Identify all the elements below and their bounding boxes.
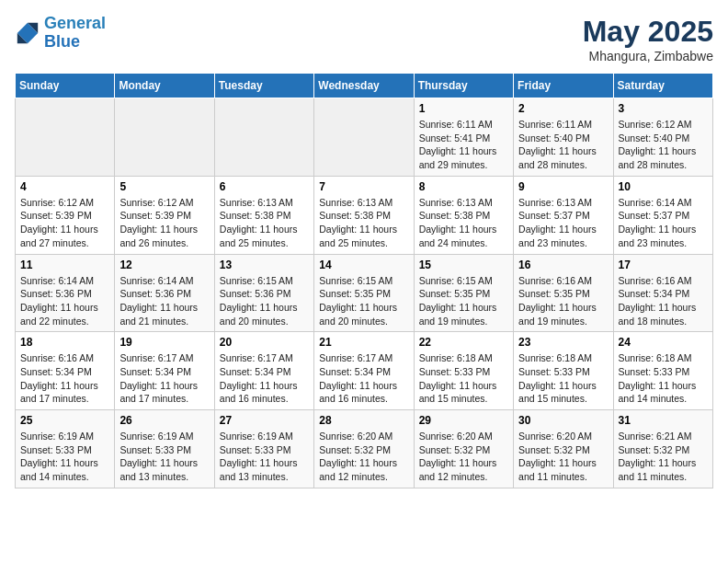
day-info: Sunrise: 6:16 AM Sunset: 5:34 PM Dayligh… (20, 351, 109, 406)
calendar-week-row: 18Sunrise: 6:16 AM Sunset: 5:34 PM Dayli… (16, 332, 713, 410)
day-number: 30 (518, 414, 608, 427)
calendar-cell: 7Sunrise: 6:13 AM Sunset: 5:38 PM Daylig… (314, 176, 414, 254)
calendar-cell: 16Sunrise: 6:16 AM Sunset: 5:35 PM Dayli… (514, 254, 613, 332)
day-info: Sunrise: 6:18 AM Sunset: 5:33 PM Dayligh… (518, 351, 608, 406)
calendar-week-row: 1Sunrise: 6:11 AM Sunset: 5:41 PM Daylig… (16, 98, 713, 177)
month-title: May 2025 (583, 15, 713, 49)
day-info: Sunrise: 6:15 AM Sunset: 5:35 PM Dayligh… (319, 274, 408, 328)
day-number: 15 (419, 259, 508, 271)
day-info: Sunrise: 6:11 AM Sunset: 5:41 PM Dayligh… (419, 118, 508, 172)
day-number: 25 (20, 414, 109, 427)
day-number: 10 (619, 180, 708, 193)
day-number: 29 (419, 414, 508, 427)
calendar-cell: 22Sunrise: 6:18 AM Sunset: 5:33 PM Dayli… (414, 332, 513, 410)
day-info: Sunrise: 6:21 AM Sunset: 5:32 PM Dayligh… (619, 430, 708, 484)
calendar-cell: 10Sunrise: 6:14 AM Sunset: 5:37 PM Dayli… (613, 176, 712, 254)
day-number: 6 (220, 180, 309, 193)
day-info: Sunrise: 6:14 AM Sunset: 5:37 PM Dayligh… (619, 196, 708, 250)
day-info: Sunrise: 6:12 AM Sunset: 5:39 PM Dayligh… (119, 196, 209, 250)
day-info: Sunrise: 6:19 AM Sunset: 5:33 PM Dayligh… (220, 430, 309, 484)
calendar-cell: 2Sunrise: 6:11 AM Sunset: 5:40 PM Daylig… (514, 98, 613, 177)
day-number: 3 (619, 102, 708, 115)
day-number: 23 (518, 336, 608, 349)
day-number: 28 (319, 414, 408, 427)
day-number: 14 (319, 259, 408, 271)
day-number: 24 (619, 336, 708, 349)
calendar-cell: 25Sunrise: 6:19 AM Sunset: 5:33 PM Dayli… (16, 410, 115, 488)
day-number: 12 (119, 259, 209, 271)
day-number: 11 (20, 259, 109, 271)
day-number: 13 (220, 259, 309, 271)
calendar-cell: 27Sunrise: 6:19 AM Sunset: 5:33 PM Dayli… (214, 410, 313, 488)
day-number: 19 (119, 336, 209, 349)
day-number: 21 (319, 336, 408, 349)
calendar-cell: 24Sunrise: 6:18 AM Sunset: 5:33 PM Dayli… (613, 332, 712, 410)
logo-text: General Blue (44, 15, 106, 52)
logo: General Blue (15, 15, 106, 52)
day-number: 8 (419, 180, 508, 193)
weekday-header: Saturday (613, 74, 712, 98)
weekday-header-row: SundayMondayTuesdayWednesdayThursdayFrid… (16, 74, 713, 98)
calendar-cell: 4Sunrise: 6:12 AM Sunset: 5:39 PM Daylig… (16, 176, 115, 254)
day-number: 17 (619, 259, 708, 271)
day-info: Sunrise: 6:16 AM Sunset: 5:34 PM Dayligh… (619, 274, 708, 328)
calendar-cell: 19Sunrise: 6:17 AM Sunset: 5:34 PM Dayli… (115, 332, 214, 410)
logo-general: General (44, 14, 106, 32)
weekday-header: Thursday (414, 74, 513, 98)
calendar-cell: 23Sunrise: 6:18 AM Sunset: 5:33 PM Dayli… (514, 332, 613, 410)
day-info: Sunrise: 6:13 AM Sunset: 5:38 PM Dayligh… (419, 196, 508, 250)
day-number: 26 (119, 414, 209, 427)
calendar-cell (16, 98, 115, 177)
day-info: Sunrise: 6:12 AM Sunset: 5:39 PM Dayligh… (20, 196, 109, 250)
day-info: Sunrise: 6:15 AM Sunset: 5:36 PM Dayligh… (220, 274, 309, 328)
location-text: Mhangura, Zimbabwe (583, 49, 713, 63)
calendar-cell: 9Sunrise: 6:13 AM Sunset: 5:37 PM Daylig… (514, 176, 613, 254)
page-header: General Blue May 2025 Mhangura, Zimbabwe (15, 15, 713, 63)
calendar-cell: 21Sunrise: 6:17 AM Sunset: 5:34 PM Dayli… (314, 332, 414, 410)
day-info: Sunrise: 6:11 AM Sunset: 5:40 PM Dayligh… (518, 118, 608, 172)
day-info: Sunrise: 6:20 AM Sunset: 5:32 PM Dayligh… (419, 430, 508, 484)
day-info: Sunrise: 6:17 AM Sunset: 5:34 PM Dayligh… (119, 351, 209, 406)
logo-icon (15, 20, 40, 46)
weekday-header: Sunday (16, 74, 115, 98)
day-info: Sunrise: 6:18 AM Sunset: 5:33 PM Dayligh… (419, 351, 508, 406)
title-block: May 2025 Mhangura, Zimbabwe (583, 15, 713, 63)
calendar-cell: 12Sunrise: 6:14 AM Sunset: 5:36 PM Dayli… (115, 254, 214, 332)
day-info: Sunrise: 6:12 AM Sunset: 5:40 PM Dayligh… (619, 118, 708, 172)
day-number: 27 (220, 414, 309, 427)
day-number: 18 (20, 336, 109, 349)
day-info: Sunrise: 6:19 AM Sunset: 5:33 PM Dayligh… (119, 430, 209, 484)
calendar-week-row: 4Sunrise: 6:12 AM Sunset: 5:39 PM Daylig… (16, 176, 713, 254)
day-info: Sunrise: 6:14 AM Sunset: 5:36 PM Dayligh… (20, 274, 109, 328)
day-info: Sunrise: 6:20 AM Sunset: 5:32 PM Dayligh… (319, 430, 408, 484)
day-number: 1 (419, 102, 508, 115)
calendar-week-row: 25Sunrise: 6:19 AM Sunset: 5:33 PM Dayli… (16, 410, 713, 488)
calendar-cell: 6Sunrise: 6:13 AM Sunset: 5:38 PM Daylig… (214, 176, 313, 254)
day-number: 22 (419, 336, 508, 349)
calendar-cell (214, 98, 313, 177)
calendar-week-row: 11Sunrise: 6:14 AM Sunset: 5:36 PM Dayli… (16, 254, 713, 332)
day-info: Sunrise: 6:18 AM Sunset: 5:33 PM Dayligh… (619, 351, 708, 406)
day-number: 5 (119, 180, 209, 193)
day-info: Sunrise: 6:20 AM Sunset: 5:32 PM Dayligh… (518, 430, 608, 484)
weekday-header: Tuesday (214, 74, 313, 98)
day-info: Sunrise: 6:15 AM Sunset: 5:35 PM Dayligh… (419, 274, 508, 328)
calendar-cell: 18Sunrise: 6:16 AM Sunset: 5:34 PM Dayli… (16, 332, 115, 410)
day-info: Sunrise: 6:13 AM Sunset: 5:38 PM Dayligh… (319, 196, 408, 250)
calendar-cell: 1Sunrise: 6:11 AM Sunset: 5:41 PM Daylig… (414, 98, 513, 177)
calendar-cell: 11Sunrise: 6:14 AM Sunset: 5:36 PM Dayli… (16, 254, 115, 332)
day-number: 7 (319, 180, 408, 193)
day-number: 20 (220, 336, 309, 349)
calendar-cell: 30Sunrise: 6:20 AM Sunset: 5:32 PM Dayli… (514, 410, 613, 488)
calendar-cell: 8Sunrise: 6:13 AM Sunset: 5:38 PM Daylig… (414, 176, 513, 254)
calendar-cell: 13Sunrise: 6:15 AM Sunset: 5:36 PM Dayli… (214, 254, 313, 332)
logo-blue: Blue (44, 32, 80, 51)
calendar-cell: 29Sunrise: 6:20 AM Sunset: 5:32 PM Dayli… (414, 410, 513, 488)
calendar-cell: 31Sunrise: 6:21 AM Sunset: 5:32 PM Dayli… (613, 410, 712, 488)
calendar-cell: 14Sunrise: 6:15 AM Sunset: 5:35 PM Dayli… (314, 254, 414, 332)
calendar-table: SundayMondayTuesdayWednesdayThursdayFrid… (15, 73, 713, 488)
calendar-cell: 20Sunrise: 6:17 AM Sunset: 5:34 PM Dayli… (214, 332, 313, 410)
calendar-cell: 28Sunrise: 6:20 AM Sunset: 5:32 PM Dayli… (314, 410, 414, 488)
day-info: Sunrise: 6:19 AM Sunset: 5:33 PM Dayligh… (20, 430, 109, 484)
day-info: Sunrise: 6:14 AM Sunset: 5:36 PM Dayligh… (119, 274, 209, 328)
